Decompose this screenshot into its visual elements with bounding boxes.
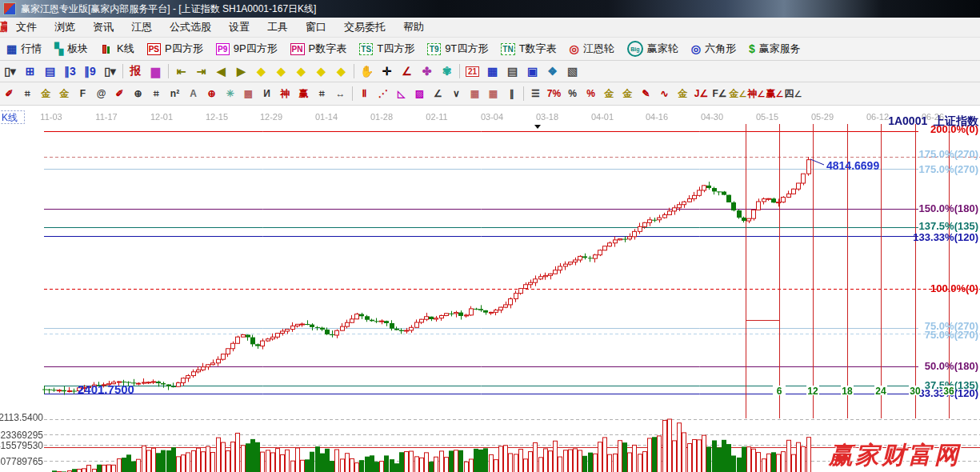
trendline-icon[interactable]: ∠ (397, 62, 417, 80)
toolbar-item-kxian[interactable]: K线 (94, 39, 141, 58)
toolbar-icons: ▯▾⊞▤∥3∥9▯▾报▆⇤⇥◀▶◆◆◆◆◆✋✛∠✤✾21▦▤▣❖▧ (0, 61, 980, 82)
f-fence-icon[interactable]: F (74, 85, 92, 103)
toolbar-item-hangqing[interactable]: ▦行情 (0, 39, 48, 58)
menu-item-公式选股[interactable]: 公式选股 (161, 19, 220, 35)
kline-style-dropdown-icon[interactable]: ▯▾ (0, 62, 20, 80)
fan-icon[interactable]: ⋰ (374, 85, 392, 103)
calendar-icon[interactable]: 21 (462, 62, 482, 80)
prev-page-icon[interactable]: ◀ (211, 62, 231, 80)
pct-7-icon[interactable]: 7% (545, 85, 563, 103)
toolbar-item-liujiaoxing[interactable]: ◎六角形 (685, 39, 742, 58)
toolbar-item-p-sifangxing[interactable]: PSP四方形 (141, 39, 210, 58)
si-angle-icon[interactable]: 四∠ (784, 85, 802, 103)
notebook-icon[interactable]: ▤ (502, 62, 522, 80)
gold-lines-icon[interactable]: 金 (618, 85, 637, 103)
shen-angle-icon[interactable]: 神∠ (747, 85, 766, 103)
pct-icon[interactable]: % (563, 85, 582, 103)
network-icon[interactable]: ❖ (542, 62, 562, 80)
toolbar-item-t-sifangxing[interactable]: TST四方形 (353, 39, 421, 58)
bars-3-icon[interactable]: ∥3 (60, 62, 80, 80)
gold-circle-icon[interactable]: 金 (600, 85, 618, 103)
menu-item-设置[interactable]: 设置 (220, 19, 258, 35)
fence-2-icon[interactable]: ⌗ (147, 85, 166, 103)
toolbar-item-bankuai[interactable]: ▚板块 (48, 39, 94, 58)
diamond-shrink-icon[interactable]: ◆ (311, 62, 331, 80)
spiral-icon[interactable]: @ (92, 85, 110, 103)
j-angle-icon[interactable]: J∠ (692, 85, 710, 103)
toolbar-item-yingjialun[interactable]: Big赢家轮 (621, 39, 685, 58)
gold-2-icon[interactable]: 金 (674, 85, 692, 103)
last-page-icon[interactable]: ⇥ (191, 62, 211, 80)
k-bars-icon[interactable]: ☰ (526, 85, 545, 103)
grid-b-icon[interactable]: ▦ (484, 85, 502, 103)
9t-sifangxing-icon: T9 (427, 43, 441, 55)
brush-icon[interactable]: ✐ (110, 85, 129, 103)
target-icon[interactable]: ⊕ (202, 85, 221, 103)
toolbar-item-9p-sifangxing[interactable]: P99P四方形 (210, 39, 284, 58)
diamond-expand-icon[interactable]: ◆ (331, 62, 351, 80)
candle-type-dropdown-icon[interactable]: ▯▾ (100, 62, 120, 80)
h-arrows-icon[interactable]: ↔ (331, 85, 350, 103)
menu-item-资讯[interactable]: 资讯 (84, 19, 122, 35)
brain-analysis-icon[interactable]: ✾ (437, 62, 457, 80)
compass-icon[interactable]: ⊕ (129, 85, 147, 103)
diamond-both-icon[interactable]: ◆ (291, 62, 311, 80)
bankuai-icon: ▚ (54, 42, 63, 55)
menu-item-江恩[interactable]: 江恩 (122, 19, 161, 35)
ying-angle-icon[interactable]: 赢∠ (766, 85, 784, 103)
toolbar-item-label: P四方形 (165, 42, 203, 56)
vee-lines-icon[interactable]: ∨ (447, 85, 466, 103)
menu-item-窗口[interactable]: 窗口 (297, 19, 335, 35)
ying-fence-icon[interactable]: 赢 (294, 85, 313, 103)
crosshair-icon[interactable]: ✛ (377, 62, 397, 80)
quote-list-icon[interactable]: ▤ (40, 62, 60, 80)
report-icon[interactable]: 报 (126, 62, 146, 80)
calculator-icon[interactable]: ▦ (482, 62, 502, 80)
f-angle-icon[interactable]: F∠ (710, 85, 729, 103)
menu-item-工具[interactable]: 工具 (258, 19, 297, 35)
grid-a-icon[interactable]: ▦ (466, 85, 484, 103)
web-icon[interactable]: ✳ (221, 85, 239, 103)
save-icon[interactable]: ▣ (522, 62, 542, 80)
color-chart-icon[interactable]: ▆ (146, 62, 166, 80)
fence-icon[interactable]: ⌗ (18, 85, 37, 103)
window-layout-icon[interactable]: ⊞ (20, 62, 40, 80)
menu-item-浏览[interactable]: 浏览 (46, 19, 84, 35)
toolbar-item-p-shuzibiao[interactable]: PNP数字表 (284, 39, 354, 58)
fence-123-icon[interactable]: ⌗ (313, 85, 331, 103)
gold-angle-icon[interactable]: 金∠ (729, 85, 747, 103)
hangqing-icon: ▦ (6, 42, 17, 55)
kline-chart-canvas[interactable] (0, 106, 980, 472)
wave-icon[interactable]: ∿ (655, 85, 674, 103)
i-mark-icon[interactable]: И (258, 85, 276, 103)
hand-drag-icon[interactable]: ✋ (357, 62, 377, 80)
next-page-icon[interactable]: ▶ (231, 62, 251, 80)
bars-9-icon[interactable]: ∥9 (80, 62, 100, 80)
brush-2-icon[interactable]: ✎ (637, 85, 655, 103)
n-square-icon[interactable]: n² (166, 85, 184, 103)
computer-icon[interactable]: ▧ (562, 62, 582, 80)
parallel-icon[interactable]: ∥ (502, 85, 521, 103)
toolbar-item-t-shuzibiao[interactable]: TNT数字表 (494, 39, 562, 58)
diamond-right-icon[interactable]: ◆ (271, 62, 291, 80)
gold-fence-2-icon[interactable]: 金 (55, 85, 74, 103)
toolbar-item-9t-sifangxing[interactable]: T99T四方形 (421, 39, 494, 58)
toolbar-item-jiangenlun[interactable]: ◎江恩轮 (563, 39, 621, 58)
menu-item-交易委托[interactable]: 交易委托 (335, 19, 394, 35)
diamond-left-icon[interactable]: ◆ (251, 62, 271, 80)
grid-web-icon[interactable]: ▩ (239, 85, 258, 103)
shen-fence-icon[interactable]: 神 (276, 85, 294, 103)
gann-glyph-icon[interactable]: ✤ (417, 62, 437, 80)
gold-fence-1-icon[interactable]: 金 (37, 85, 55, 103)
mirror-icon[interactable]: A (184, 85, 202, 103)
first-page-icon[interactable]: ⇤ (171, 62, 191, 80)
angle-lines-icon[interactable]: ∠ (429, 85, 447, 103)
fan-grid-icon[interactable]: ▨ (410, 85, 429, 103)
menu-item-文件[interactable]: 文件 (7, 19, 46, 35)
pillar-icon[interactable]: Ⅱ (355, 85, 374, 103)
pen-icon[interactable]: ✐ (0, 85, 18, 103)
pct-lines-icon[interactable]: % (582, 85, 600, 103)
menu-item-帮助[interactable]: 帮助 (394, 19, 433, 35)
toolbar-item-yingjiafuwu[interactable]: $赢家服务 (742, 39, 807, 58)
fan-box-icon[interactable]: ◺ (392, 85, 410, 103)
